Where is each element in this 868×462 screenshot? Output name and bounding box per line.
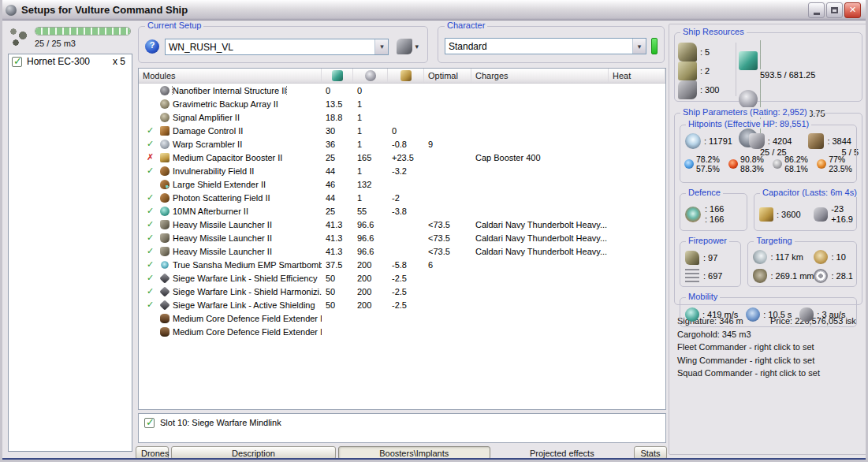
module-icon bbox=[160, 327, 170, 337]
module-name[interactable]: Medium Capacitor Booster II bbox=[173, 153, 282, 162]
charges-value[interactable]: Caldari Navy Thunderbolt Heavy... bbox=[471, 220, 609, 229]
module-name[interactable]: Warp Scrambler II bbox=[173, 140, 242, 149]
module-name[interactable]: Photon Scattering Field II bbox=[173, 193, 270, 203]
module-icon bbox=[160, 166, 170, 176]
cpu-icon bbox=[739, 51, 758, 70]
maximize-button[interactable] bbox=[826, 2, 843, 18]
module-name[interactable]: 10MN Afterburner II bbox=[173, 207, 248, 216]
table-row[interactable]: Heavy Missile Launcher II 41.3 96.6 <73.… bbox=[139, 231, 665, 244]
ship-menu-button[interactable]: ▾ bbox=[394, 38, 421, 55]
cpu-value: 18.8 bbox=[322, 113, 353, 122]
table-row[interactable]: 10MN Afterburner II 25 55 -3.8 bbox=[139, 204, 665, 218]
capacitor-recharge: +16.9 bbox=[831, 214, 853, 225]
module-name[interactable]: Nanofiber Internal Structure II bbox=[173, 86, 286, 95]
table-row[interactable]: True Sansha Medium EMP Smartbomb 37.5 20… bbox=[139, 258, 665, 271]
optimal-value: <73.5 bbox=[424, 247, 471, 256]
chevron-down-icon[interactable]: ▾ bbox=[632, 39, 646, 54]
module-name[interactable]: Heavy Missile Launcher II bbox=[173, 233, 272, 243]
module-name[interactable]: Medium Core Defence Field Extender I bbox=[173, 327, 322, 337]
module-name[interactable]: Signal Amplifier II bbox=[173, 113, 240, 122]
column-capacitor[interactable] bbox=[388, 69, 424, 83]
module-name[interactable]: Medium Core Defence Field Extender I bbox=[173, 314, 322, 323]
table-row[interactable]: Gravimetric Backup Array II 13.5 1 bbox=[139, 97, 665, 110]
drone-checkbox[interactable] bbox=[12, 57, 22, 67]
character-label: Character bbox=[445, 20, 487, 30]
column-charges[interactable]: Charges bbox=[471, 69, 609, 83]
close-button[interactable]: ✕ bbox=[844, 2, 861, 18]
table-row[interactable]: Medium Capacitor Booster II 25 165 +23.5… bbox=[139, 151, 665, 164]
cpu-value: 46 bbox=[322, 180, 353, 189]
cpu-value: 50 bbox=[322, 274, 353, 283]
cpu-value: 13.5 bbox=[322, 99, 353, 109]
table-row[interactable]: Siege Warfare Link - Shield Harmonizi...… bbox=[139, 285, 665, 298]
slot-checkbox[interactable] bbox=[144, 418, 155, 428]
kinetic-armor-resist: 68.1% bbox=[784, 164, 808, 173]
kinetic-resist-icon bbox=[773, 159, 782, 169]
turret-hardpoints: : 5 bbox=[700, 47, 710, 57]
optimal-value: <73.5 bbox=[424, 220, 471, 229]
drone-list[interactable]: Hornet EC-300 x 5 bbox=[8, 54, 132, 452]
drone-bay-panel: 25 / 25 m3 Hornet EC-300 x 5 bbox=[6, 25, 132, 452]
module-name[interactable]: Siege Warfare Link - Active Shielding bbox=[173, 300, 315, 310]
cap-value: -3.8 bbox=[388, 207, 424, 216]
sig-radius-icon bbox=[814, 269, 828, 283]
module-icon bbox=[161, 261, 169, 269]
table-row[interactable]: Heavy Missile Launcher II 41.3 96.6 <73.… bbox=[139, 218, 665, 231]
table-row[interactable]: Invulnerability Field II 44 1 -3.2 bbox=[139, 164, 665, 177]
column-powergrid[interactable] bbox=[353, 69, 388, 83]
pg-value: 1 bbox=[353, 99, 388, 109]
character-combobox[interactable]: Standard ▾ bbox=[445, 38, 646, 54]
drone-bay-icon bbox=[6, 25, 32, 49]
cpu-bar bbox=[760, 40, 761, 69]
table-row[interactable]: Heavy Missile Launcher II 41.3 96.6 <73.… bbox=[139, 244, 665, 258]
table-row[interactable]: Large Shield Extender II 46 132 bbox=[139, 177, 665, 191]
table-row[interactable]: Medium Core Defence Field Extender I bbox=[139, 311, 665, 325]
module-name[interactable]: Siege Warfare Link - Shield Efficiency bbox=[173, 274, 317, 283]
charges-value[interactable]: Caldari Navy Thunderbolt Heavy... bbox=[471, 247, 609, 256]
module-name[interactable]: Invulnerability Field II bbox=[173, 166, 254, 176]
current-setup-combobox[interactable]: WN_RUSH_VL ▾ bbox=[165, 39, 389, 55]
charges-value[interactable]: Caldari Navy Thunderbolt Heavy... bbox=[471, 233, 609, 243]
shield-hp-value: : 11791 bbox=[704, 136, 732, 146]
fleet-commander-slot[interactable]: Fleet Commander - right click to set bbox=[677, 341, 861, 354]
column-optimal[interactable]: Optimal bbox=[424, 69, 471, 83]
table-row[interactable]: Damage Control II 30 1 0 bbox=[139, 124, 665, 137]
hitpoints-label: Hitpoints (Effective HP: 89,551) bbox=[686, 119, 811, 129]
wing-commander-slot[interactable]: Wing Commander - right click to set bbox=[677, 354, 861, 367]
charges-value[interactable]: Cap Booster 400 bbox=[471, 153, 609, 162]
table-row[interactable]: Siege Warfare Link - Active Shielding 50… bbox=[139, 298, 665, 311]
pg-value: 96.6 bbox=[353, 247, 388, 256]
max-targets: : 10 bbox=[831, 252, 845, 262]
module-name[interactable]: Siege Warfare Link - Shield Harmonizi... bbox=[173, 287, 322, 296]
help-icon[interactable] bbox=[145, 39, 159, 54]
column-modules[interactable]: Modules bbox=[139, 69, 322, 83]
module-icon bbox=[160, 314, 170, 323]
table-row[interactable]: Nanofiber Internal Structure II 0 0 bbox=[139, 84, 665, 97]
table-row[interactable]: Photon Scattering Field II 44 1 -2 bbox=[139, 191, 665, 204]
status-icon bbox=[147, 259, 157, 270]
column-cpu[interactable] bbox=[322, 69, 353, 83]
squad-commander-slot[interactable]: Squad Commander - right click to set bbox=[677, 367, 861, 380]
cap-value: -2.5 bbox=[388, 274, 424, 283]
mobility-group: Mobility : 419 m/s : 10.5 s : 3 au/s bbox=[680, 297, 857, 327]
module-name[interactable]: Heavy Missile Launcher II bbox=[173, 247, 272, 256]
optimal-value: <73.5 bbox=[424, 233, 471, 243]
table-row[interactable]: Medium Core Defence Field Extender I bbox=[139, 325, 665, 338]
column-heat[interactable]: Heat bbox=[609, 69, 665, 83]
table-row[interactable]: Warp Scrambler II 36 1 -0.8 9 bbox=[139, 137, 665, 151]
module-name[interactable]: Gravimetric Backup Array II bbox=[173, 99, 278, 109]
table-row[interactable]: Siege Warfare Link - Shield Efficiency 5… bbox=[139, 271, 665, 285]
table-row[interactable]: Signal Amplifier II 18.8 1 bbox=[139, 110, 665, 124]
module-name[interactable]: Large Shield Extender II bbox=[173, 180, 266, 189]
titlebar: Setups for Vulture Command Ship ✕ bbox=[2, 0, 866, 20]
module-name[interactable]: Damage Control II bbox=[173, 126, 243, 136]
chevron-down-icon[interactable]: ▾ bbox=[374, 39, 388, 54]
turret-icon bbox=[678, 43, 697, 61]
module-icon bbox=[159, 286, 170, 296]
list-item[interactable]: Hornet EC-300 x 5 bbox=[9, 54, 132, 69]
module-name[interactable]: True Sansha Medium EMP Smartbomb bbox=[173, 260, 322, 270]
minimize-button[interactable] bbox=[808, 2, 825, 18]
cpu-value: 50 bbox=[322, 300, 353, 310]
module-icon bbox=[160, 207, 170, 216]
module-name[interactable]: Heavy Missile Launcher II bbox=[173, 220, 272, 229]
